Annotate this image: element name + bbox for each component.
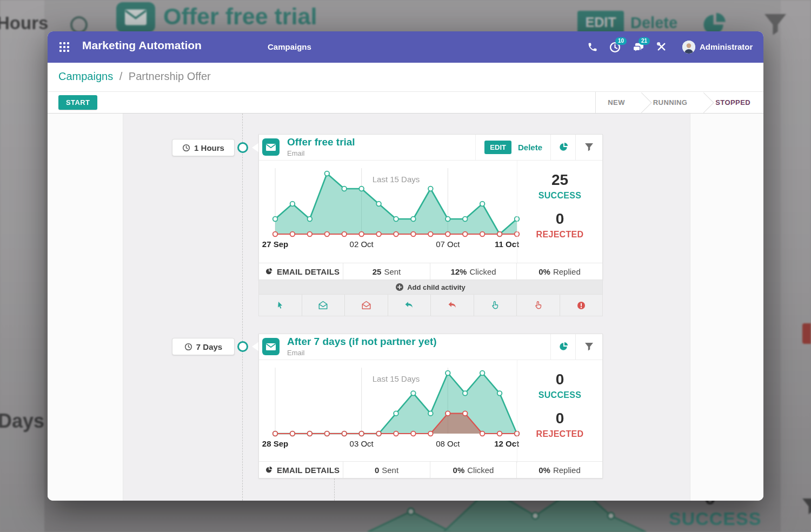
card-header: Offer free trial Email EDIT Delete: [259, 135, 602, 161]
delay-badge-1-hours[interactable]: 1 Hours: [172, 139, 235, 156]
email-details-label: EMAIL DETAILS: [277, 466, 340, 475]
svg-text:03 Oct: 03 Oct: [350, 439, 374, 448]
svg-text:12 Oct: 12 Oct: [494, 439, 519, 448]
right-panel: [690, 114, 763, 501]
email-details-button[interactable]: EMAIL DETAILS: [259, 462, 343, 478]
filter-icon: [585, 143, 593, 151]
sent-stat[interactable]: 25Sent: [343, 263, 430, 280]
activity-chart: Last 15 Days28 Sep03 Oct08 Oct12 Oct: [259, 360, 517, 463]
svg-text:02 Oct: 02 Oct: [350, 240, 374, 249]
stats-pie-button[interactable]: [550, 135, 576, 160]
replied-stat[interactable]: 0%Replied: [516, 263, 602, 280]
last-15-days-chart: Last 15 Days28 Sep03 Oct08 Oct12 Oct: [259, 360, 522, 463]
mail-not-replied-icon[interactable]: [430, 295, 474, 316]
svg-text:Last 15 Days: Last 15 Days: [373, 175, 420, 184]
delay-label: 7 Days: [196, 342, 222, 351]
email-activity-icon: [262, 138, 280, 156]
mail-not-opened-icon[interactable]: [344, 295, 388, 316]
avatar[interactable]: [682, 41, 695, 54]
activities-count-badge: 10: [615, 37, 627, 45]
filter-icon: [585, 343, 593, 351]
stats-pie-button[interactable]: [550, 334, 576, 360]
activities-clock-icon[interactable]: 10: [609, 42, 621, 54]
marketing-automation-window: Marketing Automation Campaigns 10 21 Adm…: [48, 31, 763, 501]
breadcrumb-separator: /: [119, 70, 123, 82]
pie-chart-icon: [265, 467, 272, 474]
mail-opened-icon[interactable]: [302, 295, 345, 316]
breadcrumb-current: Partnership Offer: [129, 70, 211, 82]
action-toolbar: START NEW RUNNING STOPPED: [48, 92, 763, 114]
status-pipeline: NEW RUNNING STOPPED: [595, 92, 763, 113]
email-details-label: EMAIL DETAILS: [277, 267, 340, 276]
email-details-button[interactable]: EMAIL DETAILS: [259, 263, 343, 280]
activity-stats: 25 SUCCESS 0 REJECTED: [517, 161, 602, 263]
cursor-visit-icon[interactable]: [259, 295, 302, 316]
replied-value: 0%: [539, 466, 550, 475]
clicked-stat[interactable]: 12%Clicked: [430, 263, 516, 280]
activity-title[interactable]: After 7 days (if not partner yet): [287, 336, 437, 348]
mail-bounced-icon[interactable]: [560, 295, 603, 316]
mail-replied-icon[interactable]: [388, 295, 431, 316]
card-footer: EMAIL DETAILS 0Sent 0%Clicked 0%Replied: [259, 461, 602, 478]
rejected-count: 0: [517, 410, 602, 427]
phone-icon[interactable]: [587, 42, 599, 54]
breadcrumb-campaigns-link[interactable]: Campaigns: [58, 70, 113, 82]
sent-label: Sent: [384, 267, 401, 276]
timeline-node-1[interactable]: [237, 142, 248, 153]
replied-stat[interactable]: 0%Replied: [516, 462, 602, 478]
delay-badge-7-days[interactable]: 7 Days: [172, 338, 235, 355]
left-panel: [48, 114, 123, 501]
filter-button[interactable]: [575, 135, 602, 160]
sent-value: 0: [375, 466, 379, 475]
sent-stat[interactable]: 0Sent: [343, 462, 430, 478]
pie-chart-icon: [559, 342, 568, 351]
clicked-value: 0%: [453, 466, 465, 475]
svg-text:28 Sep: 28 Sep: [262, 439, 288, 448]
svg-text:27 Sep: 27 Sep: [262, 240, 288, 249]
activity-type: Email: [287, 149, 305, 157]
clicked-value: 12%: [450, 267, 467, 276]
success-count: 25: [517, 171, 602, 189]
rejected-label: REJECTED: [517, 230, 602, 240]
sent-label: Sent: [382, 466, 398, 475]
card-header: After 7 days (if not partner yet) Email: [259, 334, 602, 360]
envelope-icon: [266, 144, 276, 151]
clicked-label: Clicked: [467, 466, 494, 475]
activity-title[interactable]: Offer free trial: [287, 136, 355, 148]
apps-grid-icon[interactable]: [59, 42, 69, 52]
rejected-label: REJECTED: [517, 429, 602, 439]
delete-link[interactable]: Delete: [518, 143, 542, 152]
child-trigger-row: [258, 295, 603, 316]
timeline-dashed-line: [242, 114, 243, 501]
mail-not-clicked-icon[interactable]: [516, 295, 560, 316]
success-count: 0: [517, 371, 602, 388]
svg-text:11 Oct: 11 Oct: [495, 240, 519, 249]
clicked-stat[interactable]: 0%Clicked: [430, 462, 516, 478]
status-new[interactable]: NEW: [596, 92, 641, 113]
add-child-activity-label: Add child activity: [407, 283, 466, 291]
user-name[interactable]: Administrator: [700, 42, 753, 51]
timeline-node-2[interactable]: [237, 341, 248, 352]
mail-clicked-icon[interactable]: [474, 295, 517, 316]
success-label: SUCCESS: [517, 390, 602, 400]
filter-button[interactable]: [575, 334, 602, 360]
last-15-days-chart: Last 15 Days27 Sep02 Oct07 Oct11 Oct: [259, 161, 522, 263]
plus-circle-icon: [396, 283, 403, 291]
add-child-activity-button[interactable]: Add child activity: [258, 280, 603, 295]
svg-text:07 Oct: 07 Oct: [436, 240, 460, 249]
svg-text:08 Oct: 08 Oct: [436, 439, 460, 448]
app-title: Marketing Automation: [82, 39, 202, 52]
sent-value: 25: [373, 267, 382, 276]
activity-card-after-7-days: After 7 days (if not partner yet) Email …: [258, 334, 603, 478]
messages-chat-icon[interactable]: 21: [633, 42, 644, 54]
card-footer: EMAIL DETAILS 25Sent 12%Clicked 0%Replie…: [259, 263, 602, 280]
activity-stats: 0 SUCCESS 0 REJECTED: [517, 360, 602, 463]
menu-campaigns[interactable]: Campaigns: [268, 42, 311, 51]
start-button[interactable]: START: [58, 95, 97, 110]
tools-icon[interactable]: [656, 42, 668, 54]
top-navbar: Marketing Automation Campaigns 10 21 Adm…: [48, 31, 763, 63]
replied-label: Replied: [553, 267, 581, 276]
activity-card-offer-free-trial: Offer free trial Email EDIT Delete Last …: [258, 134, 603, 280]
edit-button[interactable]: EDIT: [484, 141, 511, 154]
envelope-icon: [266, 343, 276, 350]
